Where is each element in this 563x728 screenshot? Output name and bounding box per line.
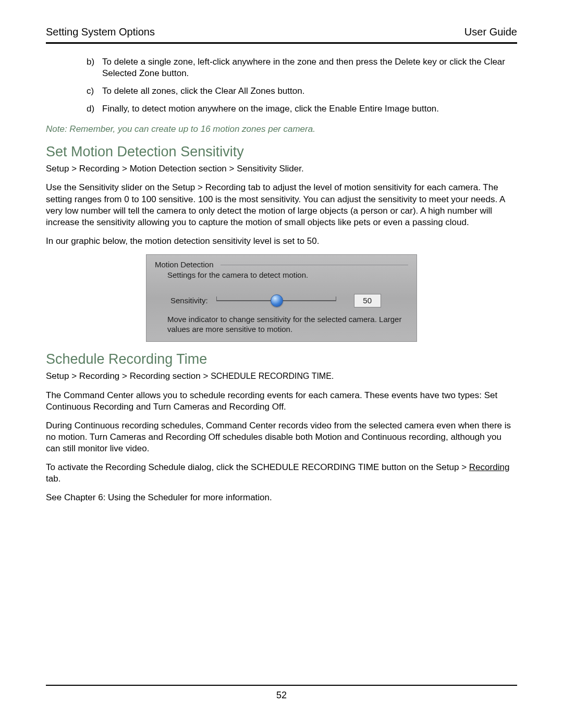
sensitivity-label: Sensitivity: (170, 296, 208, 305)
paragraph: During Continuous recording schedules, C… (46, 420, 517, 454)
motion-detection-panel-figure: Motion Detection Settings for the camera… (146, 254, 417, 342)
recording-tab-link[interactable]: Recording (469, 462, 510, 472)
sensitivity-row: Sensitivity: 50 (170, 294, 408, 307)
page-footer: 52 (46, 685, 517, 701)
list-item-d: d) Finally, to detect motion anywhere on… (87, 103, 517, 115)
heading-schedule-recording-time: Schedule Recording Time (46, 351, 517, 367)
list-marker: d) (87, 103, 102, 115)
footer-rule (46, 685, 517, 686)
page-number: 52 (46, 690, 517, 701)
list-text: Finally, to detect motion anywhere on th… (102, 103, 439, 115)
page: Setting System Options User Guide b) To … (0, 0, 563, 728)
header-right: User Guide (464, 26, 517, 38)
list-marker: b) (87, 56, 102, 79)
path-suffix: . (332, 371, 334, 381)
text: tab. (46, 474, 60, 484)
paragraph: To activate the Recording Schedule dialo… (46, 462, 517, 485)
header-left: Setting System Options (46, 26, 155, 38)
breadcrumb-path: Setup > Recording > Motion Detection sec… (46, 163, 517, 175)
slider-tick-max (336, 297, 336, 300)
list-text: To delete a single zone, left-click anyw… (102, 56, 517, 79)
motion-detection-panel: Motion Detection Settings for the camera… (146, 254, 417, 342)
panel-subtitle: Settings for the camera to detect motion… (167, 270, 408, 279)
list-text: To delete all zones, click the Clear All… (102, 85, 304, 97)
paragraph: The Command Center allows you to schedul… (46, 390, 517, 413)
breadcrumb-path: Setup > Recording > Recording section > … (46, 371, 517, 382)
paragraph: Use the Sensitivity slider on the Setup … (46, 182, 517, 228)
list-item-c: c) To delete all zones, click the Clear … (87, 85, 517, 97)
panel-help-text: Move indicator to change sensitivity for… (167, 315, 408, 335)
slider-thumb[interactable] (271, 294, 283, 307)
sensitivity-value-box[interactable]: 50 (354, 294, 381, 307)
path-caps: SCHEDULE RECORDING TIME (211, 372, 332, 380)
paragraph: See Chapter 6: Using the Scheduler for m… (46, 492, 517, 503)
heading-set-motion-detection-sensitivity: Set Motion Detection Sensitivity (46, 144, 517, 160)
list-marker: c) (87, 85, 102, 97)
sensitivity-slider[interactable] (216, 294, 336, 307)
text: To activate the Recording Schedule dialo… (46, 462, 469, 472)
ordered-list: b) To delete a single zone, left-click a… (46, 56, 517, 115)
panel-title-rule (221, 265, 408, 265)
path-prefix: Setup > Recording > Recording section > (46, 371, 211, 381)
list-item-b: b) To delete a single zone, left-click a… (87, 56, 517, 79)
note-text: Note: Remember, you can create up to 16 … (46, 124, 517, 134)
paragraph: In our graphic below, the motion detecti… (46, 236, 517, 247)
running-header: Setting System Options User Guide (46, 26, 517, 38)
slider-tick-min (216, 297, 217, 300)
header-rule (46, 42, 517, 44)
